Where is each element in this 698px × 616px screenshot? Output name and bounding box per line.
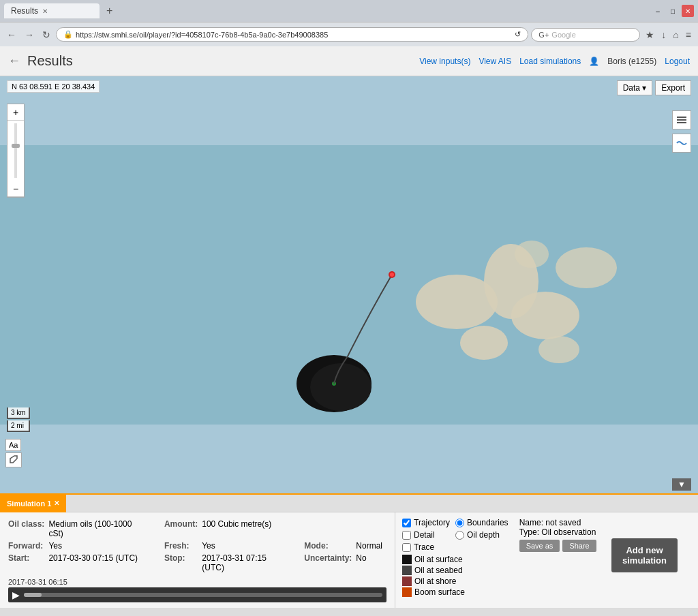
wave-button[interactable] bbox=[672, 134, 691, 153]
map-svg bbox=[0, 76, 698, 493]
data-button[interactable]: Data ▾ bbox=[617, 80, 653, 95]
close-button[interactable]: ✕ bbox=[682, 5, 694, 17]
simulation-tab-1[interactable]: Simulation 1 ✕ bbox=[0, 495, 66, 512]
scale-km: 3 km bbox=[7, 407, 30, 419]
start-label: Start: bbox=[8, 552, 48, 574]
amount-label: Amount: bbox=[151, 518, 202, 540]
oil-surface-label: Oil at surface bbox=[414, 555, 463, 564]
boundaries-radio[interactable] bbox=[455, 519, 464, 527]
browser-nav: ← → ↻ 🔒 https://stw.smhi.se/oil/player/?… bbox=[0, 22, 698, 46]
minimize-button[interactable]: – bbox=[652, 5, 664, 17]
load-simulations-link[interactable]: Load simulations bbox=[519, 57, 581, 66]
trace-checkbox[interactable] bbox=[402, 543, 411, 552]
trace-label: Trace bbox=[414, 542, 434, 552]
svg-rect-3 bbox=[677, 117, 686, 118]
oil-surface-color bbox=[402, 555, 412, 564]
back-button[interactable]: ← bbox=[4, 28, 19, 42]
detail-checkbox[interactable] bbox=[402, 531, 411, 540]
zoom-in-button[interactable]: + bbox=[7, 104, 24, 121]
maximize-button[interactable]: □ bbox=[667, 5, 679, 17]
oil-depth-radio-label[interactable]: Oil depth bbox=[455, 530, 509, 540]
boundaries-label: Boundaries bbox=[467, 518, 509, 527]
boom-surface-label: Boom surface bbox=[414, 587, 465, 597]
view-ais-link[interactable]: View AIS bbox=[479, 57, 511, 66]
back-arrow-icon[interactable]: ← bbox=[8, 54, 20, 68]
trajectory-checkbox[interactable] bbox=[402, 519, 411, 527]
title-bar: Results ✕ + – □ ✕ bbox=[0, 0, 698, 22]
bottom-panel: Simulation 1 ✕ Oil class: Medium oils (1… bbox=[0, 493, 698, 616]
aa-button[interactable]: Aa bbox=[5, 439, 21, 451]
refresh-icon[interactable]: ↺ bbox=[515, 30, 521, 39]
uncertainty-value: No bbox=[356, 552, 386, 574]
name-label: Name: not saved bbox=[519, 518, 596, 527]
menu-icon[interactable]: ≡ bbox=[683, 28, 694, 42]
svg-point-8 bbox=[511, 292, 579, 339]
mode-label: Mode: bbox=[293, 540, 356, 552]
new-tab-button[interactable]: + bbox=[102, 5, 117, 17]
mode-value: Normal bbox=[356, 540, 386, 552]
checkbox-group: Trajectory Detail Trace bbox=[402, 518, 450, 552]
nav-icons: ★ ↓ ⌂ ≡ bbox=[643, 28, 694, 42]
svg-point-7 bbox=[460, 326, 508, 360]
export-button[interactable]: Export bbox=[655, 80, 691, 95]
svg-rect-1 bbox=[677, 119, 686, 121]
collapse-button[interactable]: ▼ bbox=[672, 478, 691, 491]
save-as-button[interactable]: Save as bbox=[519, 540, 560, 552]
layer-button[interactable] bbox=[672, 110, 691, 129]
page-title: Results bbox=[27, 53, 419, 69]
fresh-label: Fresh: bbox=[151, 540, 202, 552]
layers-icon bbox=[676, 114, 688, 126]
trajectory-checkbox-label[interactable]: Trajectory bbox=[402, 518, 450, 527]
home-icon[interactable]: ⌂ bbox=[670, 28, 681, 42]
map-area: N 63 08.591 E 20 38.434 Data ▾ Export + … bbox=[0, 76, 698, 493]
address-bar[interactable]: 🔒 https://stw.smhi.se/oil/player/?id=405… bbox=[56, 27, 528, 42]
trace-checkbox-label[interactable]: Trace bbox=[402, 542, 450, 552]
url-text: https://stw.smhi.se/oil/player/?id=40581… bbox=[76, 31, 328, 39]
simulation-tabs: Simulation 1 ✕ bbox=[0, 495, 698, 512]
zoom-control: + − bbox=[7, 104, 25, 198]
forward-button[interactable]: → bbox=[22, 28, 37, 42]
boundaries-radio-label[interactable]: Boundaries bbox=[455, 518, 509, 527]
wave-icon bbox=[676, 137, 688, 149]
logout-link[interactable]: Logout bbox=[665, 57, 690, 66]
header-links: View inputs(s) View AIS Load simulations… bbox=[419, 57, 690, 66]
user-label: Boris (e1255) bbox=[607, 57, 656, 66]
add-new-simulation-button[interactable]: Add newsimulation bbox=[611, 538, 678, 572]
oil-shore-label: Oil at shore bbox=[414, 576, 456, 586]
view-inputs-link[interactable]: View inputs(s) bbox=[419, 57, 470, 66]
play-button[interactable]: ▶ bbox=[8, 589, 24, 600]
timeline-time: 2017-03-31 06:15 bbox=[8, 578, 386, 586]
browser-tab[interactable]: Results ✕ bbox=[4, 3, 100, 18]
oil-depth-radio[interactable] bbox=[455, 531, 464, 540]
trajectory-label: Trajectory bbox=[414, 518, 450, 527]
svg-point-10 bbox=[538, 336, 579, 363]
search-bar[interactable]: G+ Google bbox=[531, 28, 640, 42]
oil-shore-color bbox=[402, 576, 412, 586]
add-new-sim-label: Add newsimulation bbox=[622, 545, 667, 566]
horizontal-scrollbar[interactable] bbox=[0, 608, 698, 616]
ruler-button[interactable] bbox=[5, 452, 22, 467]
search-placeholder: Google bbox=[551, 31, 575, 39]
tab-close-icon[interactable]: ✕ bbox=[42, 7, 48, 15]
stop-value: 2017-03-31 07:15 (UTC) bbox=[202, 552, 293, 574]
bookmark-star-icon[interactable]: ★ bbox=[643, 28, 657, 42]
download-icon[interactable]: ↓ bbox=[658, 28, 669, 42]
share-button[interactable]: Share bbox=[562, 540, 596, 552]
detail-checkbox-label[interactable]: Detail bbox=[402, 530, 450, 540]
reload-button[interactable]: ↻ bbox=[40, 28, 53, 42]
boom-surface-color bbox=[402, 587, 412, 597]
map-controls: Data ▾ Export bbox=[617, 80, 691, 95]
zoom-slider[interactable] bbox=[14, 123, 17, 178]
lock-icon: 🔒 bbox=[63, 30, 73, 39]
svg-marker-0 bbox=[10, 456, 17, 463]
name-type-section: Name: not saved Type: Oil observation Sa… bbox=[519, 518, 596, 552]
zoom-handle[interactable] bbox=[12, 144, 20, 148]
progress-fill bbox=[24, 593, 42, 597]
svg-point-9 bbox=[556, 247, 617, 288]
zoom-out-button[interactable]: − bbox=[7, 181, 24, 197]
oil-seabed-color bbox=[402, 566, 412, 575]
progress-bar[interactable] bbox=[24, 593, 382, 597]
scale-mi: 2 mi bbox=[7, 420, 30, 432]
oil-class-value: Medium oils (100-1000 cSt) bbox=[48, 518, 151, 540]
sim-tab-close-icon[interactable]: ✕ bbox=[54, 499, 59, 507]
